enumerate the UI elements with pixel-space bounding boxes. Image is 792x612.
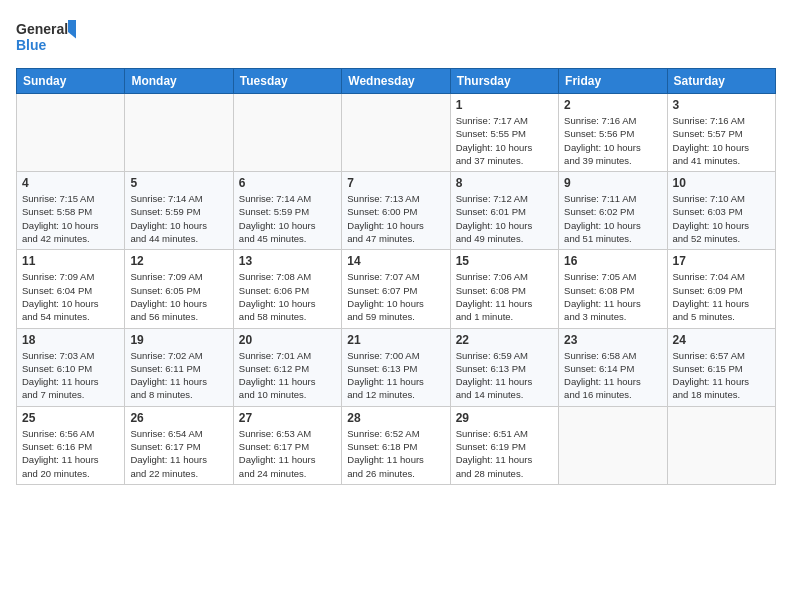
calendar-cell: 5Sunrise: 7:14 AM Sunset: 5:59 PM Daylig… — [125, 172, 233, 250]
day-number: 17 — [673, 254, 770, 268]
svg-text:General: General — [16, 21, 68, 37]
day-info: Sunrise: 7:08 AM Sunset: 6:06 PM Dayligh… — [239, 270, 336, 323]
day-info: Sunrise: 6:53 AM Sunset: 6:17 PM Dayligh… — [239, 427, 336, 480]
calendar-cell: 20Sunrise: 7:01 AM Sunset: 6:12 PM Dayli… — [233, 328, 341, 406]
day-info: Sunrise: 7:17 AM Sunset: 5:55 PM Dayligh… — [456, 114, 553, 167]
calendar-cell — [559, 406, 667, 484]
weekday-header-tuesday: Tuesday — [233, 69, 341, 94]
day-info: Sunrise: 7:12 AM Sunset: 6:01 PM Dayligh… — [456, 192, 553, 245]
day-info: Sunrise: 7:04 AM Sunset: 6:09 PM Dayligh… — [673, 270, 770, 323]
day-info: Sunrise: 6:58 AM Sunset: 6:14 PM Dayligh… — [564, 349, 661, 402]
svg-text:Blue: Blue — [16, 37, 47, 53]
calendar-cell: 23Sunrise: 6:58 AM Sunset: 6:14 PM Dayli… — [559, 328, 667, 406]
day-number: 4 — [22, 176, 119, 190]
day-number: 18 — [22, 333, 119, 347]
day-number: 25 — [22, 411, 119, 425]
day-info: Sunrise: 7:15 AM Sunset: 5:58 PM Dayligh… — [22, 192, 119, 245]
day-number: 6 — [239, 176, 336, 190]
weekday-header-sunday: Sunday — [17, 69, 125, 94]
day-info: Sunrise: 7:07 AM Sunset: 6:07 PM Dayligh… — [347, 270, 444, 323]
calendar-cell: 11Sunrise: 7:09 AM Sunset: 6:04 PM Dayli… — [17, 250, 125, 328]
weekday-header-wednesday: Wednesday — [342, 69, 450, 94]
calendar-cell: 25Sunrise: 6:56 AM Sunset: 6:16 PM Dayli… — [17, 406, 125, 484]
calendar-cell — [667, 406, 775, 484]
weekday-header-thursday: Thursday — [450, 69, 558, 94]
calendar-cell: 6Sunrise: 7:14 AM Sunset: 5:59 PM Daylig… — [233, 172, 341, 250]
calendar-cell: 1Sunrise: 7:17 AM Sunset: 5:55 PM Daylig… — [450, 94, 558, 172]
day-number: 20 — [239, 333, 336, 347]
day-info: Sunrise: 7:09 AM Sunset: 6:05 PM Dayligh… — [130, 270, 227, 323]
day-info: Sunrise: 7:06 AM Sunset: 6:08 PM Dayligh… — [456, 270, 553, 323]
logo-svg: General Blue — [16, 16, 76, 60]
calendar-cell: 22Sunrise: 6:59 AM Sunset: 6:13 PM Dayli… — [450, 328, 558, 406]
calendar-cell — [342, 94, 450, 172]
day-number: 19 — [130, 333, 227, 347]
calendar-cell: 3Sunrise: 7:16 AM Sunset: 5:57 PM Daylig… — [667, 94, 775, 172]
day-number: 24 — [673, 333, 770, 347]
day-info: Sunrise: 6:54 AM Sunset: 6:17 PM Dayligh… — [130, 427, 227, 480]
svg-marker-2 — [68, 20, 76, 40]
day-number: 15 — [456, 254, 553, 268]
calendar-cell: 14Sunrise: 7:07 AM Sunset: 6:07 PM Dayli… — [342, 250, 450, 328]
day-info: Sunrise: 7:14 AM Sunset: 5:59 PM Dayligh… — [130, 192, 227, 245]
day-number: 3 — [673, 98, 770, 112]
day-info: Sunrise: 7:13 AM Sunset: 6:00 PM Dayligh… — [347, 192, 444, 245]
calendar-cell: 16Sunrise: 7:05 AM Sunset: 6:08 PM Dayli… — [559, 250, 667, 328]
calendar-cell: 28Sunrise: 6:52 AM Sunset: 6:18 PM Dayli… — [342, 406, 450, 484]
calendar-cell: 19Sunrise: 7:02 AM Sunset: 6:11 PM Dayli… — [125, 328, 233, 406]
calendar-cell: 10Sunrise: 7:10 AM Sunset: 6:03 PM Dayli… — [667, 172, 775, 250]
day-info: Sunrise: 7:14 AM Sunset: 5:59 PM Dayligh… — [239, 192, 336, 245]
calendar-cell — [233, 94, 341, 172]
day-info: Sunrise: 7:10 AM Sunset: 6:03 PM Dayligh… — [673, 192, 770, 245]
day-number: 28 — [347, 411, 444, 425]
day-info: Sunrise: 6:57 AM Sunset: 6:15 PM Dayligh… — [673, 349, 770, 402]
calendar-cell: 29Sunrise: 6:51 AM Sunset: 6:19 PM Dayli… — [450, 406, 558, 484]
calendar-cell: 24Sunrise: 6:57 AM Sunset: 6:15 PM Dayli… — [667, 328, 775, 406]
day-info: Sunrise: 6:52 AM Sunset: 6:18 PM Dayligh… — [347, 427, 444, 480]
day-info: Sunrise: 6:59 AM Sunset: 6:13 PM Dayligh… — [456, 349, 553, 402]
day-info: Sunrise: 7:03 AM Sunset: 6:10 PM Dayligh… — [22, 349, 119, 402]
weekday-header-monday: Monday — [125, 69, 233, 94]
calendar-cell: 8Sunrise: 7:12 AM Sunset: 6:01 PM Daylig… — [450, 172, 558, 250]
day-number: 10 — [673, 176, 770, 190]
day-number: 5 — [130, 176, 227, 190]
calendar-cell — [125, 94, 233, 172]
calendar-cell: 9Sunrise: 7:11 AM Sunset: 6:02 PM Daylig… — [559, 172, 667, 250]
calendar-cell: 4Sunrise: 7:15 AM Sunset: 5:58 PM Daylig… — [17, 172, 125, 250]
calendar-cell: 18Sunrise: 7:03 AM Sunset: 6:10 PM Dayli… — [17, 328, 125, 406]
day-number: 26 — [130, 411, 227, 425]
day-number: 29 — [456, 411, 553, 425]
day-info: Sunrise: 6:51 AM Sunset: 6:19 PM Dayligh… — [456, 427, 553, 480]
day-number: 22 — [456, 333, 553, 347]
calendar-cell: 12Sunrise: 7:09 AM Sunset: 6:05 PM Dayli… — [125, 250, 233, 328]
day-info: Sunrise: 7:16 AM Sunset: 5:57 PM Dayligh… — [673, 114, 770, 167]
calendar-cell: 7Sunrise: 7:13 AM Sunset: 6:00 PM Daylig… — [342, 172, 450, 250]
calendar-cell: 27Sunrise: 6:53 AM Sunset: 6:17 PM Dayli… — [233, 406, 341, 484]
day-number: 1 — [456, 98, 553, 112]
day-number: 23 — [564, 333, 661, 347]
weekday-header-friday: Friday — [559, 69, 667, 94]
page-header: General Blue — [16, 16, 776, 60]
day-number: 13 — [239, 254, 336, 268]
calendar-cell: 15Sunrise: 7:06 AM Sunset: 6:08 PM Dayli… — [450, 250, 558, 328]
day-number: 11 — [22, 254, 119, 268]
day-number: 8 — [456, 176, 553, 190]
weekday-header-saturday: Saturday — [667, 69, 775, 94]
day-number: 27 — [239, 411, 336, 425]
day-number: 9 — [564, 176, 661, 190]
day-info: Sunrise: 7:05 AM Sunset: 6:08 PM Dayligh… — [564, 270, 661, 323]
day-info: Sunrise: 6:56 AM Sunset: 6:16 PM Dayligh… — [22, 427, 119, 480]
calendar-cell: 26Sunrise: 6:54 AM Sunset: 6:17 PM Dayli… — [125, 406, 233, 484]
day-info: Sunrise: 7:02 AM Sunset: 6:11 PM Dayligh… — [130, 349, 227, 402]
day-info: Sunrise: 7:01 AM Sunset: 6:12 PM Dayligh… — [239, 349, 336, 402]
day-number: 12 — [130, 254, 227, 268]
day-number: 14 — [347, 254, 444, 268]
day-number: 16 — [564, 254, 661, 268]
logo: General Blue — [16, 16, 76, 60]
calendar-cell: 13Sunrise: 7:08 AM Sunset: 6:06 PM Dayli… — [233, 250, 341, 328]
day-info: Sunrise: 7:11 AM Sunset: 6:02 PM Dayligh… — [564, 192, 661, 245]
calendar-table: SundayMondayTuesdayWednesdayThursdayFrid… — [16, 68, 776, 485]
day-info: Sunrise: 7:16 AM Sunset: 5:56 PM Dayligh… — [564, 114, 661, 167]
calendar-cell: 2Sunrise: 7:16 AM Sunset: 5:56 PM Daylig… — [559, 94, 667, 172]
calendar-cell: 21Sunrise: 7:00 AM Sunset: 6:13 PM Dayli… — [342, 328, 450, 406]
